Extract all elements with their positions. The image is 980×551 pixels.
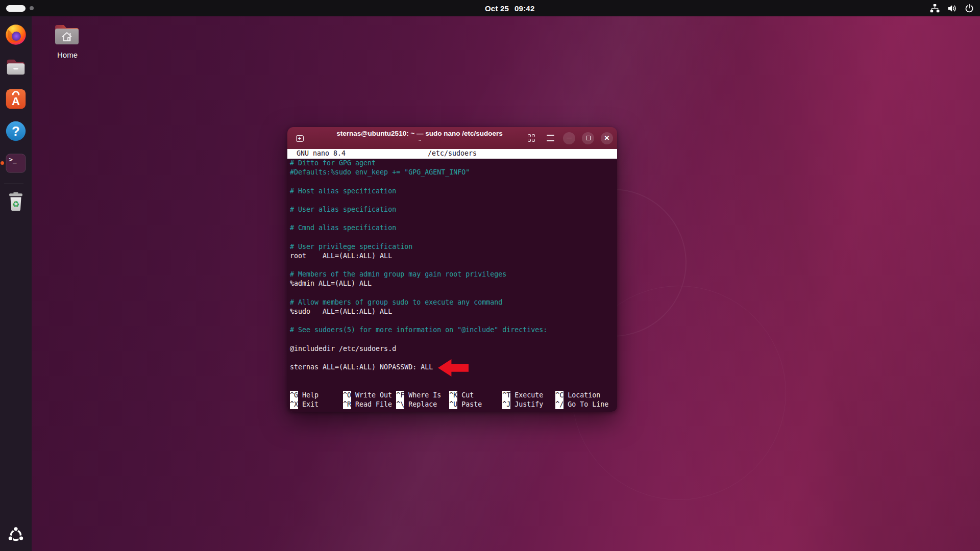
show-apps-button[interactable] bbox=[7, 527, 24, 544]
shortcut-key: ^G bbox=[290, 391, 298, 400]
shortcut-key: ^T bbox=[502, 391, 510, 400]
editor-line[interactable]: # User alias specification bbox=[290, 205, 617, 214]
editor-line[interactable]: # User privilege specification bbox=[290, 242, 617, 252]
nano-title-bar: GNU nano 8.4 /etc/sudoers bbox=[287, 149, 617, 159]
clock-date: Oct 25 bbox=[485, 4, 509, 13]
nano-shortcut: ^/Go To Line bbox=[555, 400, 608, 409]
nano-shortcut: ^FWhere Is bbox=[396, 391, 449, 400]
terminal-body[interactable]: GNU nano 8.4 /etc/sudoers # Ditto for GP… bbox=[287, 149, 617, 412]
nano-shortcut: ^CLocation bbox=[555, 391, 608, 400]
shortcut-key: ^X bbox=[290, 400, 298, 409]
window-title: sternas@ubuntu2510: ~ — sudo nano /etc/s… bbox=[336, 130, 503, 137]
dock-item-help[interactable]: ? bbox=[4, 119, 28, 143]
editor-line[interactable] bbox=[290, 335, 617, 344]
shortcut-label: Where Is bbox=[408, 391, 441, 399]
nano-shortcut: ^JJustify bbox=[502, 400, 555, 409]
shortcut-label: Write Out bbox=[355, 391, 392, 399]
editor-line[interactable]: # Allow members of group sudo to execute… bbox=[290, 298, 617, 307]
shortcut-key: ^R bbox=[343, 400, 351, 409]
workspace-indicator[interactable] bbox=[6, 0, 34, 16]
shortcut-label: Replace bbox=[408, 400, 437, 408]
shortcut-label: Exit bbox=[302, 400, 318, 408]
dock-item-appcenter[interactable]: A bbox=[4, 87, 28, 111]
tabs-grid-icon bbox=[528, 134, 535, 142]
editor-line[interactable] bbox=[290, 233, 617, 242]
shortcut-label: Read File bbox=[355, 400, 392, 408]
shortcut-label: Paste bbox=[461, 400, 482, 408]
nano-shortcut-bar: ^GHelp^OWrite Out^FWhere Is^KCut^TExecut… bbox=[287, 391, 617, 412]
terminal-window: + sternas@ubuntu2510: ~ — sudo nano /etc… bbox=[287, 127, 617, 412]
editor-line[interactable] bbox=[290, 261, 617, 270]
shortcut-label: Execute bbox=[514, 391, 543, 399]
svg-text:>_: >_ bbox=[9, 156, 17, 164]
new-tab-button[interactable]: + bbox=[293, 132, 306, 144]
titlebar[interactable]: + sternas@ubuntu2510: ~ — sudo nano /etc… bbox=[287, 127, 617, 149]
shortcut-label: Help bbox=[302, 391, 318, 399]
editor-line[interactable] bbox=[290, 354, 617, 363]
editor-line[interactable] bbox=[290, 316, 617, 325]
nano-shortcut: ^OWrite Out bbox=[343, 391, 396, 400]
shortcut-key: ^C bbox=[555, 391, 564, 400]
volume-icon bbox=[947, 4, 957, 13]
shortcut-label: Location bbox=[568, 391, 600, 399]
clock[interactable]: Oct 25 09:42 bbox=[485, 0, 534, 16]
shortcut-key: ^K bbox=[449, 391, 457, 400]
dock-item-terminal[interactable]: >_ bbox=[4, 152, 28, 175]
editor-line[interactable] bbox=[290, 196, 617, 205]
new-tab-icon: + bbox=[296, 135, 304, 142]
minimize-icon bbox=[567, 138, 572, 139]
editor-line[interactable]: # Host alias specification bbox=[290, 187, 617, 196]
svg-text:A: A bbox=[12, 95, 20, 108]
workspace-pill-active bbox=[6, 5, 26, 12]
editor-line[interactable]: %sudo ALL=(ALL:ALL) ALL bbox=[290, 307, 617, 316]
editor-line[interactable]: # Members of the admin group may gain ro… bbox=[290, 270, 617, 279]
editor-line[interactable]: %admin ALL=(ALL) ALL bbox=[290, 279, 617, 288]
running-indicator-dot bbox=[1, 161, 4, 165]
dock-item-files[interactable] bbox=[4, 55, 28, 79]
editor-line[interactable] bbox=[290, 289, 617, 298]
menu-button[interactable] bbox=[544, 132, 556, 144]
svg-text:♻: ♻ bbox=[12, 199, 20, 209]
maximize-button[interactable] bbox=[582, 132, 594, 144]
minimize-button[interactable] bbox=[563, 132, 575, 144]
power-icon bbox=[965, 4, 974, 13]
editor-line[interactable] bbox=[290, 214, 617, 223]
window-title-wrap: sternas@ubuntu2510: ~ — sudo nano /etc/s… bbox=[336, 130, 503, 143]
editor-line[interactable]: # See sudoers(5) for more information on… bbox=[290, 325, 617, 335]
maximize-icon bbox=[586, 136, 591, 140]
editor-line[interactable]: @includedir /etc/sudoers.d bbox=[290, 344, 617, 354]
dock-separator bbox=[4, 184, 23, 184]
shortcut-key: ^J bbox=[502, 400, 510, 409]
system-status-area[interactable] bbox=[930, 0, 974, 16]
hamburger-icon bbox=[547, 135, 554, 141]
dock: A ? >_ ♻ bbox=[0, 16, 32, 551]
shortcut-key: ^F bbox=[396, 391, 404, 400]
clock-time: 09:42 bbox=[514, 4, 534, 13]
editor-line[interactable]: # Cmnd alias specification bbox=[290, 223, 617, 233]
nano-shortcut: ^KCut bbox=[449, 391, 502, 400]
editor-content[interactable]: # Ditto for GPG agent#Defaults:%sudo env… bbox=[287, 159, 617, 372]
home-icon-label: Home bbox=[50, 51, 85, 59]
network-icon bbox=[930, 4, 940, 13]
nano-shortcut: ^RRead File bbox=[343, 400, 396, 409]
editor-line[interactable]: # Ditto for GPG agent bbox=[290, 159, 617, 168]
home-folder-icon bbox=[52, 22, 83, 47]
dock-item-firefox[interactable] bbox=[4, 23, 28, 46]
nano-shortcut: ^GHelp bbox=[290, 391, 343, 400]
editor-line[interactable]: root ALL=(ALL:ALL) ALL bbox=[290, 252, 617, 261]
editor-line[interactable]: #Defaults:%sudo env_keep += "GPG_AGENT_I… bbox=[290, 168, 617, 177]
shortcut-label: Justify bbox=[514, 400, 543, 408]
dock-item-trash[interactable]: ♻ bbox=[4, 190, 28, 214]
nano-shortcut: ^TExecute bbox=[502, 391, 555, 400]
tabs-overview-button[interactable] bbox=[525, 132, 537, 144]
close-button[interactable]: ✕ bbox=[601, 132, 613, 144]
nano-shortcut: ^XExit bbox=[290, 400, 343, 409]
shortcut-key: ^\ bbox=[396, 400, 404, 409]
workspace-dot bbox=[30, 6, 34, 10]
svg-text:?: ? bbox=[12, 124, 20, 138]
shortcut-label: Cut bbox=[461, 391, 474, 399]
desktop-home-icon[interactable]: Home bbox=[50, 22, 85, 59]
close-icon: ✕ bbox=[604, 135, 610, 141]
editor-line[interactable] bbox=[290, 177, 617, 186]
shortcut-key: ^/ bbox=[555, 400, 564, 409]
